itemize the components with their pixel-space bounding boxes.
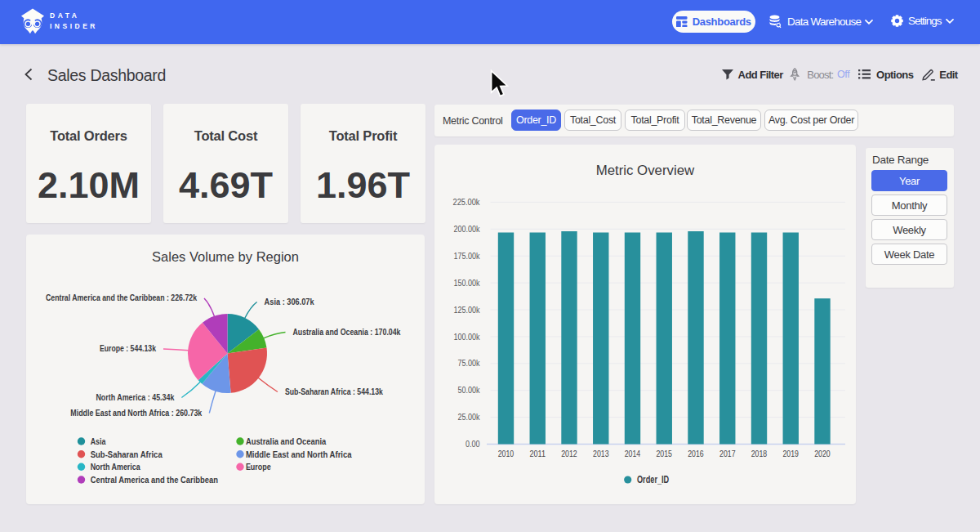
- svg-text:Metric Overview: Metric Overview: [596, 163, 695, 178]
- svg-text:75.00k: 75.00k: [458, 358, 481, 368]
- svg-text:200.00k: 200.00k: [454, 224, 481, 234]
- svg-text:100.00k: 100.00k: [454, 332, 481, 342]
- svg-text:2010: 2010: [498, 449, 514, 458]
- svg-text:Asia : 306.07k: Asia : 306.07k: [265, 297, 314, 306]
- svg-text:Central America and the Caribb: Central America and the Caribbean: [91, 475, 218, 485]
- svg-text:2018: 2018: [751, 449, 768, 458]
- svg-text:125.00k: 125.00k: [454, 305, 481, 315]
- svg-text:2015: 2015: [656, 449, 672, 458]
- svg-text:2017: 2017: [719, 449, 736, 458]
- svg-text:Order_ID: Order_ID: [637, 474, 669, 485]
- svg-text:Central America and the Caribb: Central America and the Caribbean : 226.…: [46, 293, 197, 302]
- svg-text:50.00k: 50.00k: [458, 385, 481, 395]
- svg-text:Middle East and North Africa :: Middle East and North Africa : 260.73k: [70, 408, 202, 418]
- svg-text:0.00: 0.00: [466, 439, 480, 449]
- svg-text:2016: 2016: [688, 449, 704, 458]
- svg-text:Sub-Saharan Africa : 544.13k: Sub-Saharan Africa : 544.13k: [285, 387, 383, 396]
- svg-text:2012: 2012: [561, 449, 577, 458]
- svg-text:North America : 45.34k: North America : 45.34k: [96, 392, 174, 402]
- svg-text:Middle East and North Africa: Middle East and North Africa: [246, 449, 352, 459]
- svg-text:2019: 2019: [782, 449, 799, 458]
- svg-text:Europe : 544.13k: Europe : 544.13k: [100, 343, 156, 353]
- svg-text:North America: North America: [91, 462, 140, 472]
- svg-text:Europe: Europe: [246, 462, 271, 472]
- svg-text:25.00k: 25.00k: [458, 412, 481, 422]
- svg-text:Sales Volume by Region: Sales Volume by Region: [152, 249, 299, 265]
- svg-text:Sub-Saharan Africa: Sub-Saharan Africa: [91, 449, 163, 459]
- svg-text:2014: 2014: [625, 449, 641, 458]
- svg-text:2013: 2013: [593, 449, 609, 458]
- svg-text:2011: 2011: [529, 449, 546, 458]
- svg-text:2020: 2020: [814, 449, 831, 458]
- svg-text:175.00k: 175.00k: [454, 251, 481, 261]
- svg-text:150.00k: 150.00k: [454, 278, 481, 288]
- svg-text:Asia: Asia: [91, 436, 106, 446]
- svg-text:225.00k: 225.00k: [453, 197, 481, 207]
- svg-text:Australia and Oceania: Australia and Oceania: [246, 436, 327, 446]
- svg-text:Australia and Oceania : 170.04: Australia and Oceania : 170.04k: [293, 327, 401, 337]
